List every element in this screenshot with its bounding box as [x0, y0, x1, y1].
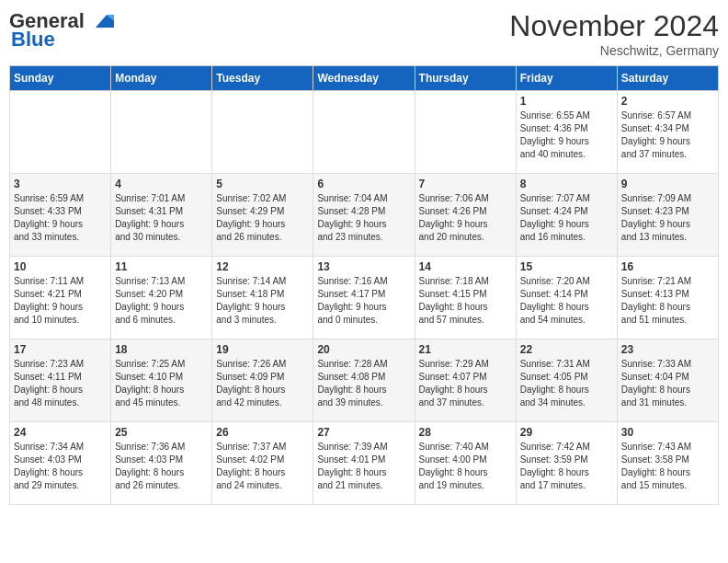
day-number: 8 — [520, 178, 613, 190]
calendar-cell: 20Sunrise: 7:28 AM Sunset: 4:08 PM Dayli… — [313, 339, 415, 422]
calendar-cell: 25Sunrise: 7:36 AM Sunset: 4:03 PM Dayli… — [111, 422, 212, 505]
day-number: 5 — [216, 178, 309, 190]
weekday-header: Tuesday — [212, 66, 313, 91]
calendar-cell: 21Sunrise: 7:29 AM Sunset: 4:07 PM Dayli… — [415, 339, 516, 422]
page-header: General Blue November 2024 Neschwitz, Ge… — [9, 9, 719, 58]
calendar-cell — [212, 91, 313, 174]
day-number: 3 — [14, 178, 107, 190]
day-number: 29 — [520, 426, 613, 439]
calendar-cell: 17Sunrise: 7:23 AM Sunset: 4:11 PM Dayli… — [10, 339, 111, 422]
calendar-week-row: 17Sunrise: 7:23 AM Sunset: 4:11 PM Dayli… — [10, 339, 719, 422]
day-number: 10 — [14, 260, 107, 273]
calendar-cell: 8Sunrise: 7:07 AM Sunset: 4:24 PM Daylig… — [516, 174, 617, 257]
calendar-week-row: 3Sunrise: 6:59 AM Sunset: 4:33 PM Daylig… — [10, 174, 719, 257]
calendar-week-row: 24Sunrise: 7:34 AM Sunset: 4:03 PM Dayli… — [10, 422, 719, 505]
day-info: Sunrise: 7:13 AM Sunset: 4:20 PM Dayligh… — [115, 275, 208, 327]
calendar-cell: 23Sunrise: 7:33 AM Sunset: 4:04 PM Dayli… — [617, 339, 718, 422]
day-number: 19 — [216, 343, 309, 356]
day-number: 1 — [520, 95, 613, 108]
calendar-cell: 9Sunrise: 7:09 AM Sunset: 4:23 PM Daylig… — [617, 174, 718, 257]
day-number: 30 — [621, 426, 714, 439]
calendar-cell: 24Sunrise: 7:34 AM Sunset: 4:03 PM Dayli… — [10, 422, 111, 505]
calendar-cell: 1Sunrise: 6:55 AM Sunset: 4:36 PM Daylig… — [516, 91, 617, 174]
day-number: 23 — [621, 343, 714, 356]
calendar-week-row: 10Sunrise: 7:11 AM Sunset: 4:21 PM Dayli… — [10, 257, 719, 339]
calendar-cell: 4Sunrise: 7:01 AM Sunset: 4:31 PM Daylig… — [111, 174, 212, 257]
month-title: November 2024 — [509, 9, 719, 43]
day-number: 2 — [621, 95, 714, 108]
calendar-cell: 13Sunrise: 7:16 AM Sunset: 4:17 PM Dayli… — [313, 257, 415, 339]
day-number: 26 — [216, 426, 309, 439]
day-number: 20 — [317, 343, 410, 356]
day-info: Sunrise: 7:25 AM Sunset: 4:10 PM Dayligh… — [115, 358, 208, 409]
day-info: Sunrise: 7:26 AM Sunset: 4:09 PM Dayligh… — [216, 358, 309, 409]
day-info: Sunrise: 7:39 AM Sunset: 4:01 PM Dayligh… — [317, 441, 410, 492]
day-info: Sunrise: 6:57 AM Sunset: 4:34 PM Dayligh… — [621, 109, 714, 161]
calendar-cell — [111, 91, 212, 174]
day-number: 25 — [115, 426, 208, 439]
day-number: 11 — [115, 260, 208, 273]
day-info: Sunrise: 7:06 AM Sunset: 4:26 PM Dayligh… — [419, 192, 512, 244]
weekday-header: Saturday — [617, 66, 718, 91]
calendar-cell: 3Sunrise: 6:59 AM Sunset: 4:33 PM Daylig… — [10, 174, 111, 257]
day-info: Sunrise: 7:18 AM Sunset: 4:15 PM Dayligh… — [419, 275, 512, 327]
calendar-cell: 29Sunrise: 7:42 AM Sunset: 3:59 PM Dayli… — [516, 422, 617, 505]
calendar-cell — [313, 91, 415, 174]
day-number: 12 — [216, 260, 309, 273]
calendar-cell: 26Sunrise: 7:37 AM Sunset: 4:02 PM Dayli… — [212, 422, 313, 505]
location: Neschwitz, Germany — [509, 43, 719, 58]
logo-blue: Blue — [11, 28, 55, 52]
weekday-header: Thursday — [415, 66, 516, 91]
calendar-cell: 5Sunrise: 7:02 AM Sunset: 4:29 PM Daylig… — [212, 174, 313, 257]
day-info: Sunrise: 7:33 AM Sunset: 4:04 PM Dayligh… — [621, 358, 714, 409]
calendar-cell: 28Sunrise: 7:40 AM Sunset: 4:00 PM Dayli… — [415, 422, 516, 505]
day-number: 9 — [621, 178, 714, 190]
calendar-week-row: 1Sunrise: 6:55 AM Sunset: 4:36 PM Daylig… — [10, 91, 719, 174]
day-info: Sunrise: 7:31 AM Sunset: 4:05 PM Dayligh… — [520, 358, 613, 409]
calendar-cell: 27Sunrise: 7:39 AM Sunset: 4:01 PM Dayli… — [313, 422, 415, 505]
day-info: Sunrise: 7:01 AM Sunset: 4:31 PM Dayligh… — [115, 192, 208, 244]
calendar-cell — [10, 91, 111, 174]
calendar-cell: 10Sunrise: 7:11 AM Sunset: 4:21 PM Dayli… — [10, 257, 111, 339]
day-info: Sunrise: 7:09 AM Sunset: 4:23 PM Dayligh… — [621, 192, 714, 244]
day-info: Sunrise: 7:40 AM Sunset: 4:00 PM Dayligh… — [419, 441, 512, 492]
day-number: 18 — [115, 343, 208, 356]
day-info: Sunrise: 7:29 AM Sunset: 4:07 PM Dayligh… — [419, 358, 512, 409]
day-info: Sunrise: 7:42 AM Sunset: 3:59 PM Dayligh… — [520, 441, 613, 492]
weekday-header: Sunday — [10, 66, 111, 91]
day-info: Sunrise: 7:07 AM Sunset: 4:24 PM Dayligh… — [520, 192, 613, 244]
calendar-cell: 19Sunrise: 7:26 AM Sunset: 4:09 PM Dayli… — [212, 339, 313, 422]
day-info: Sunrise: 7:16 AM Sunset: 4:17 PM Dayligh… — [317, 275, 410, 327]
day-number: 4 — [115, 178, 208, 190]
day-info: Sunrise: 7:36 AM Sunset: 4:03 PM Dayligh… — [115, 441, 208, 492]
day-info: Sunrise: 7:21 AM Sunset: 4:13 PM Dayligh… — [621, 275, 714, 327]
weekday-header: Monday — [111, 66, 212, 91]
weekday-header: Wednesday — [313, 66, 415, 91]
day-info: Sunrise: 6:55 AM Sunset: 4:36 PM Dayligh… — [520, 109, 613, 161]
calendar-cell: 14Sunrise: 7:18 AM Sunset: 4:15 PM Dayli… — [415, 257, 516, 339]
day-info: Sunrise: 7:43 AM Sunset: 3:58 PM Dayligh… — [621, 441, 714, 492]
day-number: 13 — [317, 260, 410, 273]
day-info: Sunrise: 7:34 AM Sunset: 4:03 PM Dayligh… — [14, 441, 107, 492]
logo: General Blue — [9, 9, 114, 52]
day-number: 22 — [520, 343, 613, 356]
day-info: Sunrise: 7:28 AM Sunset: 4:08 PM Dayligh… — [317, 358, 410, 409]
day-info: Sunrise: 7:20 AM Sunset: 4:14 PM Dayligh… — [520, 275, 613, 327]
day-number: 24 — [14, 426, 107, 439]
weekday-header-row: SundayMondayTuesdayWednesdayThursdayFrid… — [10, 66, 719, 91]
day-info: Sunrise: 7:14 AM Sunset: 4:18 PM Dayligh… — [216, 275, 309, 327]
day-number: 17 — [14, 343, 107, 356]
calendar-cell: 22Sunrise: 7:31 AM Sunset: 4:05 PM Dayli… — [516, 339, 617, 422]
calendar-cell: 12Sunrise: 7:14 AM Sunset: 4:18 PM Dayli… — [212, 257, 313, 339]
calendar-cell: 7Sunrise: 7:06 AM Sunset: 4:26 PM Daylig… — [415, 174, 516, 257]
day-number: 15 — [520, 260, 613, 273]
day-info: Sunrise: 7:37 AM Sunset: 4:02 PM Dayligh… — [216, 441, 309, 492]
day-number: 21 — [419, 343, 512, 356]
calendar-cell — [415, 91, 516, 174]
day-info: Sunrise: 6:59 AM Sunset: 4:33 PM Dayligh… — [14, 192, 107, 244]
calendar-cell: 2Sunrise: 6:57 AM Sunset: 4:34 PM Daylig… — [617, 91, 718, 174]
calendar-cell: 11Sunrise: 7:13 AM Sunset: 4:20 PM Dayli… — [111, 257, 212, 339]
title-block: November 2024 Neschwitz, Germany — [509, 9, 719, 58]
weekday-header: Friday — [516, 66, 617, 91]
calendar-cell: 30Sunrise: 7:43 AM Sunset: 3:58 PM Dayli… — [617, 422, 718, 505]
